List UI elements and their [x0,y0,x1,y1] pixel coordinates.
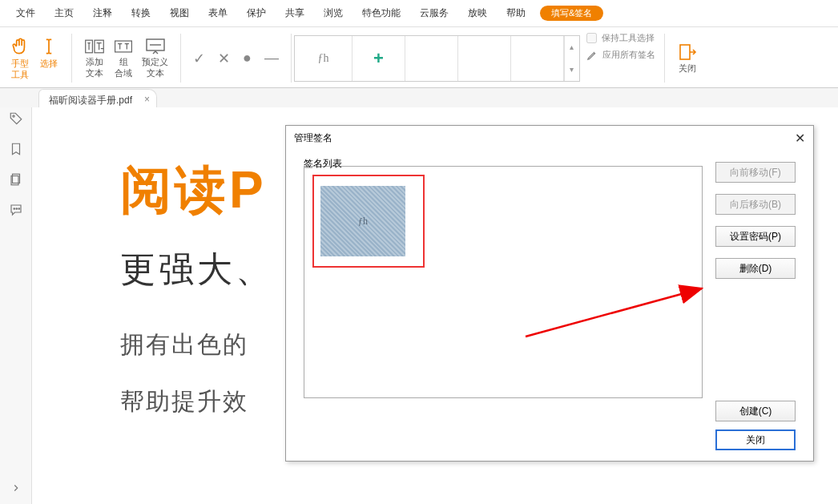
dialog-title-text: 管理签名 [294,131,332,145]
svg-point-5 [12,115,14,117]
select-tool-label: 选择 [40,58,58,69]
dialog-titlebar: 管理签名 ✕ [286,126,813,151]
gallery-down-button[interactable]: ▾ [565,58,579,81]
document-tab-title: 福昕阅读器手册.pdf [49,95,132,106]
menu-share[interactable]: 共享 [276,3,314,23]
combine-field-label: 组 合域 [115,57,132,78]
tag-tool-icon[interactable] [8,111,24,127]
menu-cloud[interactable]: 云服务 [410,3,458,23]
menu-browse[interactable]: 浏览 [314,3,353,23]
combine-icon [113,38,134,55]
keep-tool-checkbox[interactable] [586,33,597,43]
add-signature-button[interactable]: + [353,36,405,81]
comments-icon[interactable] [8,202,24,218]
signature-preview: ƒh [320,186,405,256]
svg-rect-4 [680,45,690,59]
cross-icon[interactable]: ✕ [218,50,230,67]
pen-icon [586,50,598,61]
symbol-group: ✓ ✕ ● — [183,29,288,87]
svg-point-9 [16,208,18,210]
svg-point-10 [18,208,20,210]
gallery-up-button[interactable]: ▴ [565,36,579,58]
close-dialog-button[interactable]: 关闭 [715,429,796,450]
predefined-text-label: 预定义 文本 [142,57,168,78]
predefined-text-button[interactable]: 预定义 文本 [140,36,170,79]
left-sidebar [0,107,32,504]
signature-thumb[interactable]: ƒh [295,36,353,81]
signature-mark-icon: ƒh [358,216,368,228]
combine-field-button[interactable]: 组 合域 [111,36,135,79]
exit-icon [677,42,698,62]
select-tool-button[interactable]: 选择 [37,34,61,81]
tab-close-button[interactable]: × [144,94,150,105]
signature-list: ƒh [304,166,703,398]
signature-slot-empty[interactable] [458,36,511,81]
menu-play[interactable]: 放映 [458,3,497,23]
menu-view[interactable]: 视图 [160,3,199,23]
signature-slot-empty[interactable] [511,36,564,81]
hand-icon [10,36,30,57]
signature-list-label: 签名列表 [304,157,796,171]
create-button[interactable]: 创建(C) [715,401,796,421]
apply-all-label: 应用所有签名 [602,49,655,61]
add-text-label: 添加 文本 [86,57,103,78]
signature-nav: ▴ ▾ [564,36,579,81]
pages-icon[interactable] [8,171,24,187]
menu-help[interactable]: 帮助 [497,3,535,23]
signature-item-selected[interactable]: ƒh [312,175,425,268]
menu-form[interactable]: 表单 [199,3,237,23]
menu-convert[interactable]: 转换 [122,3,160,23]
menu-fill-sign[interactable]: 填写&签名 [540,6,603,21]
signature-mark-icon: ƒh [317,52,328,65]
keep-tool-label: 保持工具选择 [602,32,655,44]
signature-slot-empty[interactable] [405,36,458,81]
signature-options: 保持工具选择 应用所有签名 [580,29,662,87]
svg-rect-2 [115,41,132,52]
apply-all-signatures-button[interactable]: 应用所有签名 [586,49,655,61]
bookmark-icon[interactable] [8,141,24,157]
menu-home[interactable]: 主页 [45,3,83,23]
ribbon: 手型 工具 选择 添加 文本 组 合域 预定义 文本 ✓ [0,27,838,88]
menu-protect[interactable]: 保护 [237,3,276,23]
predefined-icon [145,38,166,55]
manage-signatures-dialog: 管理签名 ✕ 签名列表 ƒh 向前移动(F) 向后移动(B) 设置密码(P) 删… [285,125,814,462]
set-password-button[interactable]: 设置密码(P) [715,226,796,247]
cursor-text-icon [38,36,59,57]
hand-tool-button[interactable]: 手型 工具 [8,34,32,81]
menu-annotate[interactable]: 注释 [83,3,122,23]
ribbon-close-label: 关闭 [679,63,696,74]
menu-file[interactable]: 文件 [6,3,45,23]
menu-feature[interactable]: 特色功能 [353,3,410,23]
dot-icon[interactable]: ● [243,50,252,67]
check-icon[interactable]: ✓ [193,50,205,67]
delete-button[interactable]: 删除(D) [715,258,796,279]
add-text-button[interactable]: 添加 文本 [83,36,107,79]
move-backward-button[interactable]: 向后移动(B) [715,194,796,215]
dash-icon[interactable]: — [264,50,279,67]
dialog-close-button[interactable]: ✕ [795,131,805,146]
hand-tool-label: 手型 工具 [11,58,29,79]
addtext-icon [84,38,105,55]
menu-bar: 文件 主页 注释 转换 视图 表单 保护 共享 浏览 特色功能 云服务 放映 帮… [0,0,838,27]
svg-point-8 [14,208,15,210]
ribbon-close-button[interactable]: 关闭 [675,41,699,75]
signature-gallery: ƒh + ▴ ▾ [294,35,580,82]
expand-sidebar-button[interactable] [8,480,24,496]
